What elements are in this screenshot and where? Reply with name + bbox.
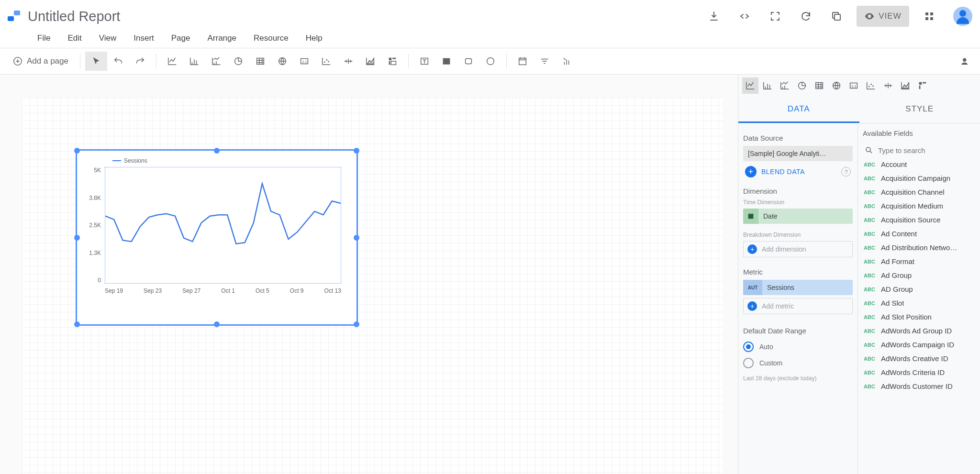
strip-bar-chart-icon[interactable] [759,77,776,94]
strip-scorecard-icon[interactable]: 2.1 [846,77,862,94]
field-item[interactable]: ABCAdWords Criteria ID [863,365,975,379]
add-page-button[interactable]: Add a page [6,56,75,66]
field-item[interactable]: ABCAdWords Customer ID [863,379,975,393]
report-canvas[interactable]: Sessions 5K 3.8K 2.5K 1.3K 0 [22,98,723,474]
strip-scatter-chart-icon[interactable] [863,77,879,94]
resize-handle[interactable] [74,321,80,327]
dimension-date-chip[interactable]: Date [743,209,853,224]
menu-insert[interactable]: Insert [133,31,155,46]
chart-selection[interactable]: Sessions 5K 3.8K 2.5K 1.3K 0 [76,149,358,326]
radio-custom[interactable]: Custom [743,355,853,371]
text-tool-icon[interactable] [413,52,435,71]
menu-help[interactable]: Help [305,31,323,46]
field-item[interactable]: ABCAcquisition Channel [863,185,975,199]
field-item[interactable]: ABCAd Slot [863,296,975,310]
copy-icon[interactable] [826,6,847,27]
metric-sessions-chip[interactable]: AUT Sessions [743,280,853,295]
download-icon[interactable] [703,6,724,27]
strip-geo-chart-icon[interactable] [828,77,845,94]
resize-handle[interactable] [354,148,359,154]
add-metric-button[interactable]: + Add metric [743,298,853,314]
resize-handle[interactable] [74,148,80,154]
data-source-chip[interactable]: [Sample] Google Analyti… [743,146,853,161]
resize-handle[interactable] [74,235,80,241]
date-range-label: Default Date Range [743,327,853,335]
apps-icon[interactable] [919,6,940,27]
view-button[interactable]: VIEW [857,6,909,27]
circle-tool-icon[interactable] [479,52,501,71]
filter-control-icon[interactable] [534,52,556,71]
field-item[interactable]: ABCAd Distribution Netwo… [863,241,975,254]
menu-resource[interactable]: Resource [253,31,290,46]
menu-file[interactable]: File [36,31,51,46]
select-tool[interactable] [85,52,107,71]
svg-point-31 [871,84,872,85]
radio-auto[interactable]: Auto [743,339,853,355]
canvas-area[interactable]: Sessions 5K 3.8K 2.5K 1.3K 0 [0,75,738,474]
chart-legend: Sessions [112,157,348,164]
blend-data-button[interactable]: BLEND DATA [761,168,805,176]
strip-combo-chart-icon[interactable] [777,77,793,94]
field-item[interactable]: ABCAcquisition Campaign [863,171,975,185]
combo-chart-icon[interactable] [205,52,227,71]
field-item[interactable]: ABCAdWords Ad Group ID [863,324,975,338]
user-avatar[interactable] [953,7,972,26]
scatter-chart-icon[interactable] [315,52,337,71]
pie-chart-icon[interactable] [227,52,249,71]
field-item[interactable]: ABCAd Group [863,268,975,282]
fullscreen-icon[interactable] [765,6,786,27]
add-dimension-button[interactable]: + Add dimension [743,241,853,257]
bar-chart-icon[interactable] [183,52,205,71]
strip-bullet-chart-icon[interactable] [880,77,896,94]
tab-data[interactable]: DATA [738,97,859,123]
time-dimension-label: Time Dimension [743,199,853,206]
data-control-icon[interactable] [556,52,578,71]
field-search-input[interactable] [878,146,973,154]
field-item[interactable]: ABCAcquisition Medium [863,199,975,213]
field-item[interactable]: ABCAdWords Campaign ID [863,338,975,352]
line-chart-icon[interactable] [161,52,183,71]
scorecard-icon[interactable]: 2.1 [293,52,315,71]
field-item[interactable]: ABCAd Format [863,254,975,268]
embed-icon[interactable] [734,6,755,27]
text-type-icon: ABC [864,245,876,251]
blend-plus-icon[interactable]: + [745,166,757,177]
field-item[interactable]: ABCAdWords Creative ID [863,352,975,365]
refresh-icon[interactable] [795,6,816,27]
menu-edit[interactable]: Edit [67,31,82,46]
date-range-icon[interactable] [512,52,534,71]
geo-chart-icon[interactable] [271,52,293,71]
tab-style[interactable]: STYLE [859,97,980,123]
menu-view[interactable]: View [98,31,118,46]
strip-pie-chart-icon[interactable] [794,77,810,94]
strip-table-icon[interactable] [811,77,827,94]
strip-pivot-table-icon[interactable] [914,77,931,94]
help-icon[interactable]: ? [841,167,851,176]
image-tool-icon[interactable] [435,52,457,71]
field-item[interactable]: ABCAd Slot Position [863,310,975,324]
field-item[interactable]: ABCAD Group [863,282,975,296]
field-item[interactable]: ABCAcquisition Source [863,213,975,227]
report-title[interactable]: Untitled Report [28,9,120,24]
resize-handle[interactable] [354,321,359,327]
field-item[interactable]: ABCAd Content [863,227,975,241]
bullet-chart-icon[interactable] [337,52,359,71]
resize-handle[interactable] [214,148,220,154]
resize-handle[interactable] [354,235,359,241]
field-search[interactable] [863,143,975,157]
redo-button[interactable] [129,52,151,71]
menu-arrange[interactable]: Arrange [206,31,237,46]
svg-rect-1 [925,12,928,15]
add-people-icon[interactable] [952,52,974,71]
strip-area-chart-icon[interactable] [897,77,913,94]
area-chart-icon[interactable] [359,52,381,71]
strip-line-chart-icon[interactable] [742,77,758,94]
rectangle-tool-icon[interactable] [457,52,479,71]
menu-page[interactable]: Page [170,31,191,46]
pivot-table-icon[interactable] [381,52,403,71]
table-icon[interactable] [249,52,271,71]
undo-button[interactable] [107,52,129,71]
field-item[interactable]: ABCAccount [863,157,975,171]
x-tick: Oct 5 [256,287,269,294]
resize-handle[interactable] [214,321,220,327]
